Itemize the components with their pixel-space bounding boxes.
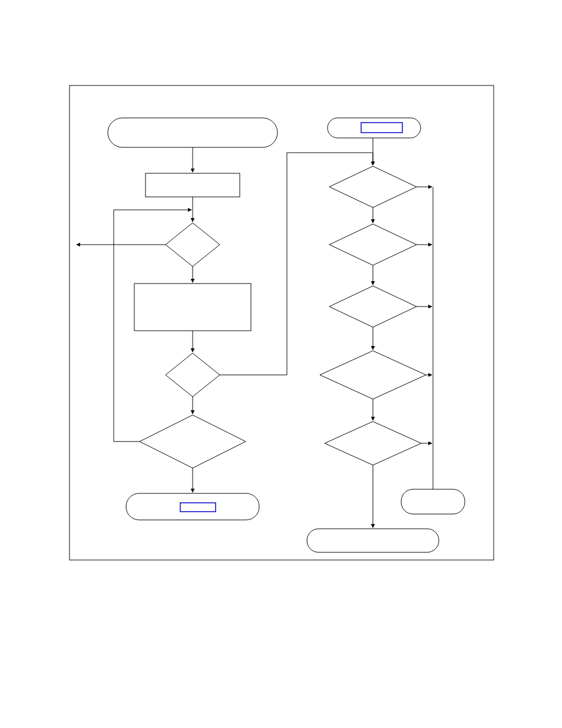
- left-process-1: [146, 173, 240, 197]
- diagram-frame: [70, 85, 494, 560]
- left-end-link-box[interactable]: [180, 503, 216, 512]
- right-small-terminator: [401, 489, 465, 514]
- right-start-link-box[interactable]: [361, 123, 402, 133]
- flowchart-diagram: [0, 0, 562, 728]
- left-start-terminator: [108, 118, 277, 147]
- right-end-terminator: [307, 529, 439, 552]
- left-process-2: [134, 284, 251, 331]
